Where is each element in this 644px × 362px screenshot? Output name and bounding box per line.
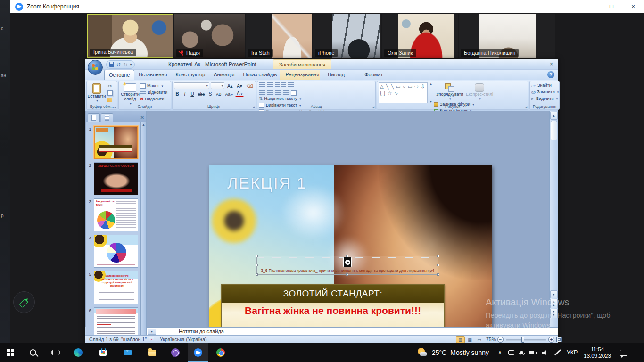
line-spacing-button[interactable]: [288, 82, 294, 88]
edge-button[interactable]: [68, 343, 89, 362]
slide-thumbnail-5[interactable]: Маткові кровотечі посідають перше місце …: [94, 271, 138, 304]
participant-tile-olya[interactable]: Оля Заник: [382, 14, 458, 58]
start-button[interactable]: [0, 343, 21, 362]
close-button[interactable]: ×: [622, 0, 644, 13]
numbering-button[interactable]: [267, 82, 273, 88]
redo-button[interactable]: ↻: [123, 62, 127, 67]
paste-button[interactable]: Вставити: [88, 82, 105, 103]
dialog-launcher[interactable]: ◢: [252, 105, 255, 108]
panel-close-icon[interactable]: ✕: [140, 115, 144, 120]
slide-sorter-button[interactable]: ▦: [465, 336, 474, 343]
selection-handle[interactable]: [346, 273, 348, 276]
file-explorer-button[interactable]: [141, 343, 162, 362]
scrollbar-thumb[interactable]: [551, 121, 557, 140]
shapes-gallery[interactable]: △ ╲ ╲ ▭ ○ ▭ ⇨ ⇩ { } ☆ ∿: [379, 82, 428, 103]
panel-scrollbar[interactable]: ▲: [140, 122, 146, 335]
columns-button[interactable]: [291, 90, 297, 96]
justify-button[interactable]: [283, 90, 289, 96]
selection-handle[interactable]: [437, 255, 439, 257]
mail-button[interactable]: [117, 343, 138, 362]
language-indicator[interactable]: Українська (Україна): [160, 337, 207, 342]
fit-to-window-button[interactable]: [556, 337, 562, 342]
character-spacing-button[interactable]: AB: [215, 90, 223, 97]
participant-tile-nadia[interactable]: Надія: [174, 14, 245, 58]
outline-tab[interactable]: [101, 113, 113, 122]
text-shadow-button[interactable]: S: [207, 90, 214, 97]
grow-font-button[interactable]: A▴: [226, 82, 234, 89]
clock[interactable]: 11:54 13.09.2023: [584, 346, 611, 359]
selection-handle[interactable]: [346, 255, 348, 257]
strikethrough-button[interactable]: abe: [197, 90, 206, 97]
new-slide-button[interactable]: ✶ Створити слайд: [120, 82, 140, 106]
zoom-slider-track[interactable]: [506, 339, 546, 341]
decrease-indent-button[interactable]: [275, 82, 280, 88]
search-button[interactable]: [23, 343, 43, 362]
change-case-button[interactable]: Aa: [224, 90, 235, 97]
slide-canvas[interactable]: ЛЕКЦІЯ 1 3_6 Післяпологова кровотеча_ пр…: [209, 165, 492, 327]
shapes-scroll-down[interactable]: ▼: [428, 100, 434, 103]
notes-splitter-button[interactable]: ▾: [148, 329, 156, 335]
layout-button[interactable]: Макет: [140, 83, 169, 89]
weather-widget[interactable]: 25°C Mostly sunny: [418, 348, 489, 357]
clear-formatting-button[interactable]: ⌫: [245, 82, 254, 89]
zoom-in-button[interactable]: +: [548, 337, 554, 343]
minimize-button[interactable]: –: [579, 0, 601, 13]
selection-handle[interactable]: [437, 264, 439, 266]
undo-button[interactable]: ↺: [116, 62, 121, 67]
tab-vstavlennya[interactable]: Вставлення: [134, 70, 171, 80]
slide-thumbnail-1[interactable]: [94, 126, 138, 159]
tab-konstruktor[interactable]: Конструктор: [171, 70, 209, 80]
bold-button[interactable]: B: [174, 90, 181, 97]
dialog-launcher[interactable]: ◢: [114, 105, 116, 108]
tab-retsenzuvannya[interactable]: Рецензування: [281, 70, 323, 80]
zoom-out-button[interactable]: −: [497, 337, 504, 343]
chrome-button[interactable]: [210, 343, 231, 362]
delete-slide-button[interactable]: ✖Видалити: [140, 96, 169, 102]
tab-vyhlyad[interactable]: Вигляд: [323, 70, 349, 80]
find-button[interactable]: ⌕⌕Знайти: [531, 82, 558, 89]
increase-indent-button[interactable]: [281, 82, 286, 88]
notification-center-icon[interactable]: [620, 350, 627, 356]
align-center-button[interactable]: [267, 90, 273, 96]
participant-tile-irina[interactable]: Ірина Бачинська: [87, 14, 173, 58]
selection-handle[interactable]: [256, 264, 258, 266]
underline-button[interactable]: U: [189, 90, 196, 97]
battery-icon[interactable]: [529, 351, 536, 354]
annotate-button[interactable]: [13, 291, 35, 313]
italic-button[interactable]: I: [182, 90, 188, 97]
reset-button[interactable]: Відновити: [140, 90, 169, 96]
editor-scrollbar[interactable]: ▲ ▼ ▲▲ ▼▼: [549, 111, 558, 327]
tab-format[interactable]: Формат: [360, 70, 387, 80]
previous-slide-button[interactable]: ▲▲: [550, 299, 558, 308]
font-name-combo[interactable]: [174, 82, 209, 89]
align-right-button[interactable]: [275, 90, 281, 96]
speaker-icon[interactable]: [542, 350, 548, 355]
tab-animatsiya[interactable]: Анімація: [209, 70, 239, 80]
slides-tab[interactable]: [88, 113, 100, 122]
select-button[interactable]: ▻Виділити: [531, 96, 558, 102]
microphone-icon[interactable]: [520, 351, 523, 354]
maximize-button[interactable]: □: [601, 0, 622, 13]
text-direction-button[interactable]: ⇅Напрямок тексту: [259, 96, 330, 102]
selection-handle[interactable]: [256, 255, 258, 257]
quick-styles-button[interactable]: Експрес-стилі: [464, 82, 495, 101]
scroll-up-button[interactable]: ▲: [550, 112, 558, 120]
media-object[interactable]: 3_6 Післяпологова кровотеча_ причини вин…: [256, 256, 438, 275]
tab-pokaz-slaidiv[interactable]: Показ слайдів: [239, 70, 281, 80]
tab-osnovne[interactable]: Основне: [104, 70, 134, 80]
font-color-button[interactable]: A: [235, 90, 244, 97]
participant-tile-ira[interactable]: Ira Stah: [246, 14, 312, 58]
qat-more-button[interactable]: ▾: [130, 63, 132, 66]
spellcheck-icon[interactable]: ×: [149, 337, 154, 342]
font-size-combo[interactable]: [211, 82, 224, 89]
slide-thumbnail-4[interactable]: [94, 235, 138, 268]
format-painter-icon[interactable]: [107, 98, 112, 102]
ppt-close-button[interactable]: ×: [550, 61, 553, 67]
tray-expand-icon[interactable]: ∧: [498, 349, 502, 356]
ppt-titlebar[interactable]: ↺ ↻ ▾ Кровотечі-Ак - Microsoft PowerPoin…: [85, 59, 558, 70]
selection-handle[interactable]: [256, 273, 258, 276]
replace-button[interactable]: a͟bЗамінити: [531, 89, 558, 95]
help-button[interactable]: ?: [547, 71, 554, 78]
dialog-launcher[interactable]: ◢: [372, 105, 374, 108]
participant-tile-bogdanna[interactable]: Богданна Николишин: [459, 14, 555, 58]
